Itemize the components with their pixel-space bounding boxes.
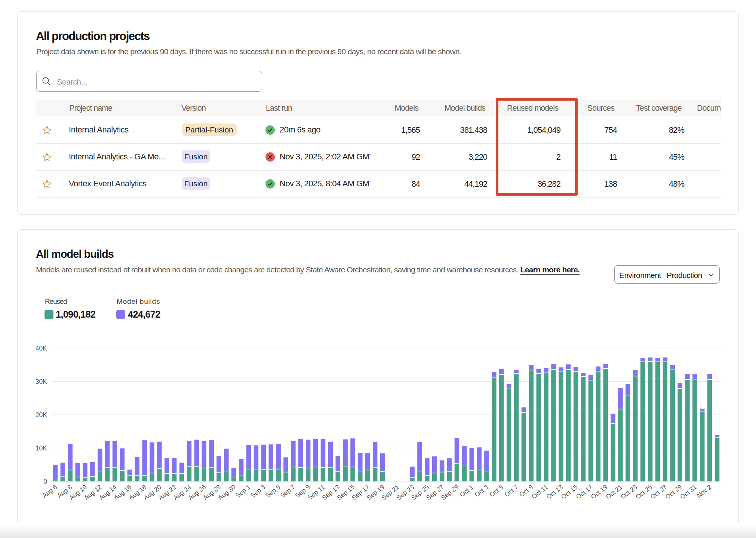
svg-text:10K: 10K (36, 444, 47, 452)
svg-text:40K: 40K (36, 345, 47, 352)
svg-text:Sep 1: Sep 1 (234, 483, 252, 499)
svg-text:Oct 27: Oct 27 (649, 483, 668, 501)
svg-text:Oct 5: Oct 5 (488, 483, 505, 498)
svg-text:30K: 30K (36, 378, 47, 385)
svg-text:Oct 15: Oct 15 (560, 483, 579, 501)
svg-text:0: 0 (43, 478, 47, 485)
svg-text:Oct 3: Oct 3 (473, 483, 490, 498)
svg-text:Aug 6: Aug 6 (41, 483, 59, 499)
svg-text:Oct 29: Oct 29 (664, 483, 683, 501)
svg-text:Sep 3: Sep 3 (249, 483, 267, 499)
svg-text:Oct 21: Oct 21 (605, 483, 624, 501)
svg-text:Nov 2: Nov 2 (695, 483, 713, 499)
svg-text:Oct 19: Oct 19 (590, 483, 609, 501)
svg-text:Oct 23: Oct 23 (620, 483, 639, 501)
svg-text:Oct 31: Oct 31 (679, 483, 698, 501)
svg-text:Oct 17: Oct 17 (575, 483, 594, 501)
svg-text:Oct 25: Oct 25 (634, 483, 653, 501)
svg-text:Oct 11: Oct 11 (531, 483, 549, 500)
svg-text:Oct 13: Oct 13 (545, 483, 564, 501)
svg-text:Oct 1: Oct 1 (458, 483, 475, 498)
svg-text:Oct 7: Oct 7 (503, 483, 520, 498)
svg-text:20K: 20K (36, 411, 47, 419)
svg-text:Sep 5: Sep 5 (264, 483, 282, 499)
svg-text:Sep 7: Sep 7 (279, 483, 296, 499)
